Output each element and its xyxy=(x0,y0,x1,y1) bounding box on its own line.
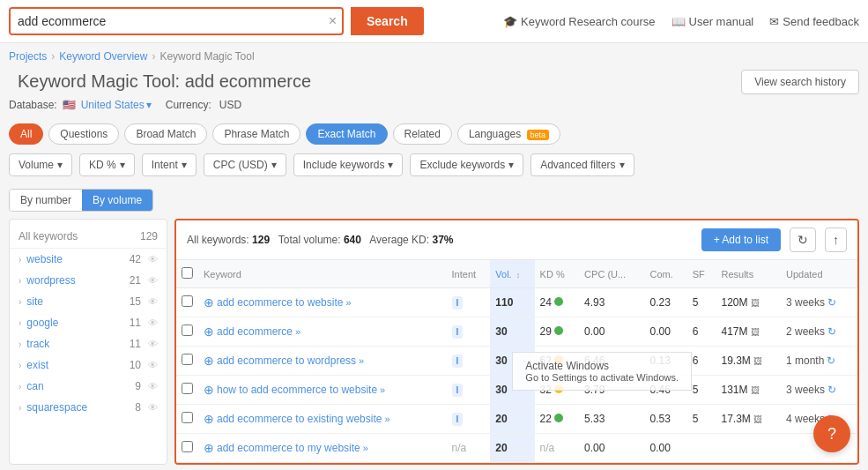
com-cell: 0.00 xyxy=(644,434,686,463)
sf-cell: 5 xyxy=(687,376,716,405)
kw-list-header: All keywords 129 xyxy=(10,227,167,249)
tab-all[interactable]: All xyxy=(9,123,43,145)
intent-badge: I xyxy=(452,413,464,426)
cpc-cell: 3.79 xyxy=(579,376,644,405)
table-header-row: Keyword Intent Vol. ↕ KD % CPC (U... Com… xyxy=(176,260,857,288)
table-row: ⊕ add ecommerce to wordpress » I 30 62 6… xyxy=(176,347,857,376)
filter-dropdowns: Volume ▾ KD % ▾ Intent ▾ CPC (USD) ▾ Inc… xyxy=(0,150,868,183)
by-volume-btn[interactable]: By volume xyxy=(82,190,152,211)
row-checkbox[interactable] xyxy=(182,325,193,336)
kw-name: website xyxy=(26,253,125,265)
keyword-research-link[interactable]: 🎓 Keyword Research course xyxy=(503,15,655,28)
results-cell: 120M 🖼 xyxy=(716,288,781,317)
eye-icon: 👁 xyxy=(148,402,158,413)
by-number-btn[interactable]: By number xyxy=(10,190,82,211)
exclude-filter[interactable]: Exclude keywords ▾ xyxy=(410,153,523,176)
add-to-list-button[interactable]: + Add to list xyxy=(701,228,781,251)
breadcrumb-keyword-overview[interactable]: Keyword Overview xyxy=(59,50,147,63)
chevron-right-icon: » xyxy=(384,414,389,424)
keyword-link[interactable]: ⊕ add ecommerce to existing website » xyxy=(204,412,441,426)
list-item[interactable]: › squarespace 8 👁 xyxy=(10,397,167,418)
kd-cell: 24 xyxy=(535,288,580,317)
results-cell: 19.3M 🖼 xyxy=(716,347,781,376)
tab-phrase-match[interactable]: Phrase Match xyxy=(212,123,300,145)
intent-cell: I xyxy=(447,405,491,434)
volume-cell: 20 xyxy=(490,434,534,463)
view-history-button[interactable]: View search history xyxy=(741,70,859,94)
database-country-link[interactable]: United States ▾ xyxy=(81,99,152,111)
advanced-filter[interactable]: Advanced filters ▾ xyxy=(530,153,634,176)
select-all-checkbox[interactable] xyxy=(182,267,193,279)
tab-languages[interactable]: Languages beta xyxy=(457,123,560,145)
chevron-right-icon: › xyxy=(19,361,21,370)
tab-questions[interactable]: Questions xyxy=(48,123,119,145)
list-item[interactable]: › site 15 👁 xyxy=(10,291,167,312)
breadcrumb-projects[interactable]: Projects xyxy=(9,50,47,63)
help-bubble[interactable]: ? xyxy=(813,415,850,452)
cpc-cell: 4.93 xyxy=(579,288,644,317)
sf-cell: 5 xyxy=(687,288,716,317)
row-checkbox[interactable] xyxy=(182,354,193,365)
intent-na: n/a xyxy=(452,442,467,454)
chevron-down-icon: ▾ xyxy=(57,159,63,171)
keyword-link[interactable]: ⊕ add ecommerce to website » xyxy=(204,295,441,310)
row-checkbox[interactable] xyxy=(182,412,193,423)
cpc-filter[interactable]: CPC (USD) ▾ xyxy=(204,153,286,176)
kw-count: 11 xyxy=(130,317,141,329)
intent-filter[interactable]: Intent ▾ xyxy=(142,153,197,176)
user-manual-link[interactable]: 📖 User manual xyxy=(671,15,754,28)
list-item[interactable]: › google 11 👁 xyxy=(10,312,167,333)
intent-cell: n/a xyxy=(447,434,491,463)
tab-broad-match[interactable]: Broad Match xyxy=(124,123,207,145)
include-filter[interactable]: Include keywords ▾ xyxy=(293,153,404,176)
col-cpc: CPC (U... xyxy=(579,260,644,288)
list-item[interactable]: › can 9 👁 xyxy=(10,376,167,397)
tab-related[interactable]: Related xyxy=(393,123,452,145)
kw-name: site xyxy=(26,295,125,308)
plus-icon: ⊕ xyxy=(204,441,214,455)
chevron-down-icon: ▾ xyxy=(146,99,152,111)
eye-icon: 👁 xyxy=(148,381,158,392)
keyword-link[interactable]: ⊕ how to add ecommerce to website » xyxy=(204,383,441,397)
row-checkbox[interactable] xyxy=(182,383,193,394)
keyword-cell: ⊕ add ecommerce to website » xyxy=(198,288,447,317)
eye-icon: 👁 xyxy=(148,275,158,286)
kd-cell: 22 xyxy=(535,405,580,434)
tab-exact-match[interactable]: Exact Match xyxy=(306,123,387,145)
kw-count: 9 xyxy=(135,380,141,392)
list-item[interactable]: › track 11 👁 xyxy=(10,333,167,354)
chevron-right-icon: › xyxy=(19,297,21,307)
search-input[interactable] xyxy=(11,9,323,34)
refresh-button[interactable]: ↻ xyxy=(790,228,816,252)
eye-icon: 👁 xyxy=(148,296,158,307)
list-item[interactable]: › wordpress 21 👁 xyxy=(10,270,167,291)
row-checkbox[interactable] xyxy=(182,295,193,307)
chevron-right-icon: › xyxy=(19,339,21,349)
keyword-link[interactable]: ⊕ add ecommerce to my website » xyxy=(204,441,441,455)
table-body: ⊕ add ecommerce to website » I 110 24 4.… xyxy=(176,288,857,463)
result-icon: 🖼 xyxy=(753,356,762,366)
list-item[interactable]: › website 42 👁 xyxy=(10,249,167,270)
row-checkbox[interactable] xyxy=(182,441,193,452)
send-feedback-link[interactable]: ✉ Send feedback xyxy=(769,15,859,28)
updated-cell: 2 weeks ↻ xyxy=(781,317,857,347)
view-toggle: By number By volume xyxy=(9,189,153,212)
plus-icon: ⊕ xyxy=(204,295,214,310)
refresh-icon: ↻ xyxy=(827,384,836,396)
chevron-down-icon: ▾ xyxy=(182,159,187,171)
search-button[interactable]: Search xyxy=(351,7,424,35)
sf-cell xyxy=(687,434,716,463)
kd-filter[interactable]: KD % ▾ xyxy=(79,153,135,176)
keyword-link[interactable]: ⊕ add ecommerce » xyxy=(204,325,441,339)
export-button[interactable]: ↑ xyxy=(825,228,847,252)
keyword-list-panel: All keywords 129 › website 42 👁 › wordpr… xyxy=(9,219,167,465)
list-item[interactable]: › exist 10 👁 xyxy=(10,354,167,376)
keyword-link[interactable]: ⊕ add ecommerce to wordpress » xyxy=(204,354,441,368)
volume-filter[interactable]: Volume ▾ xyxy=(9,153,72,176)
updated-cell: 3 weeks ↻ xyxy=(781,288,857,317)
volume-cell: 110 xyxy=(490,288,534,317)
clear-button[interactable]: × xyxy=(323,13,342,29)
content-wrapper: All keywords 129 › website 42 👁 › wordpr… xyxy=(9,219,859,465)
chevron-right-icon: › xyxy=(19,276,21,286)
kw-count: 21 xyxy=(130,274,141,287)
